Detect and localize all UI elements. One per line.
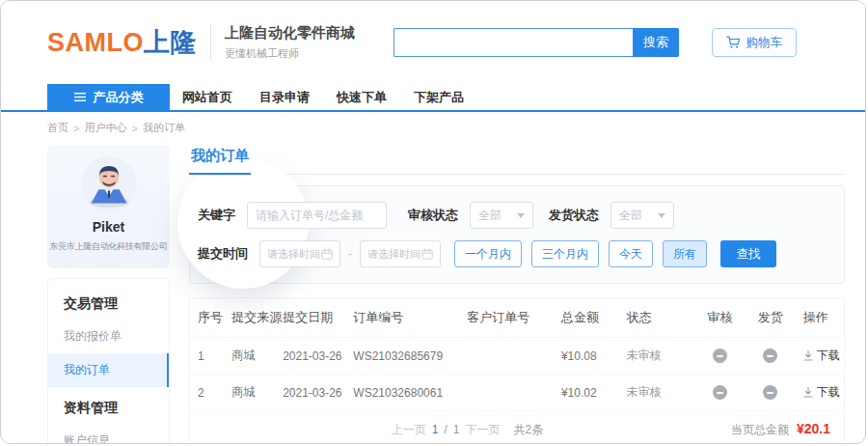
keyword-label: 关键字 [198, 207, 235, 224]
col-date: 提交日期 [275, 298, 345, 338]
page-total-label: 当页总金额 [731, 422, 789, 438]
table-header-row: 序号 提交来源 提交日期 订单编号 客户订单号 总金额 状态 审核 发货 操作 [190, 298, 844, 338]
date-start-placeholder: 请选择时间 [267, 247, 320, 262]
col-index: 序号 [190, 298, 224, 338]
page-separator: / [444, 423, 447, 436]
col-amount: 总金额 [554, 298, 619, 338]
cell-status: 未审核 [619, 375, 695, 411]
sidebar-item-my-orders[interactable]: 我的订单 [48, 353, 169, 387]
sidebar-item-account-info[interactable]: 账户信息 [48, 424, 169, 444]
col-status: 状态 [619, 298, 695, 338]
sidebar-menu: 交易管理 我的报价单 我的订单 资料管理 账户信息 地址管理 [47, 278, 170, 444]
find-button[interactable]: 查找 [720, 240, 776, 267]
ship-status-value: 全部 [619, 208, 642, 224]
ship-minus-icon [763, 385, 777, 400]
total-pages: 1 [453, 423, 460, 436]
ship-minus-icon [763, 348, 777, 363]
audit-minus-icon [713, 348, 727, 363]
page-body: Piket 东莞市上隆自动化科技有限公司 交易管理 我的报价单 我的订单 资料管… [1, 141, 865, 444]
nav-item-quick-order[interactable]: 快速下单 [337, 89, 387, 106]
breadcrumb-home[interactable]: 首页 [47, 121, 68, 135]
ship-status-label: 发货状态 [549, 207, 599, 224]
audit-status-value: 全部 [478, 208, 502, 224]
cell-index: 1 [190, 338, 224, 375]
username: Piket [93, 219, 124, 235]
cell-order-no: WS21032685679 [345, 338, 459, 375]
range-all-button[interactable]: 所有 [663, 240, 707, 267]
nav-item-offshelf[interactable]: 下架产品 [414, 89, 464, 106]
cell-customer-no [459, 375, 554, 411]
sidebar-item-my-quotes[interactable]: 我的报价单 [48, 320, 169, 353]
cart-button[interactable]: 购物车 [712, 28, 797, 57]
orders-table-block: 序号 提交来源 提交日期 订单编号 客户订单号 总金额 状态 审核 发货 操作 [189, 297, 845, 444]
date-start-input[interactable]: 请选择时间 [259, 240, 340, 267]
cell-customer-no [459, 338, 554, 375]
col-customer-no: 客户订单号 [459, 298, 554, 338]
filter-row-2: 提交时间 请选择时间 - 请选择时间 [198, 240, 844, 267]
logo-text-shanglong: 上隆 [144, 28, 197, 57]
chevron-down-icon [658, 213, 665, 218]
site-subtitle: 更懂机械工程师 [225, 46, 355, 61]
browser-frame: SAMLO上隆 上隆自动化零件商城 更懂机械工程师 搜索 购物车 产品分类 网站… [0, 0, 866, 444]
filter-row-1: 关键字 审核状态 全部 发货状态 全部 [198, 202, 844, 229]
menu-section-trade: 交易管理 [48, 283, 169, 320]
search-button[interactable]: 搜索 [633, 28, 679, 57]
search-input[interactable] [393, 28, 633, 57]
nav-item-catalog[interactable]: 目录申请 [259, 89, 310, 106]
download-link[interactable]: 下载 [803, 348, 840, 364]
col-audit: 审核 [694, 298, 745, 338]
main-nav: 产品分类 网站首页 目录申请 快速下单 下架产品 [1, 84, 865, 112]
submit-time-label: 提交时间 [198, 245, 248, 263]
breadcrumb-user-center[interactable]: 用户中心 [84, 121, 126, 135]
download-icon [803, 350, 813, 361]
date-end-placeholder: 请选择时间 [367, 247, 420, 262]
download-link[interactable]: 下载 [803, 384, 840, 401]
col-action: 操作 [796, 298, 844, 338]
menu-section-profile: 资料管理 [48, 387, 169, 424]
sidebar: Piket 东莞市上隆自动化科技有限公司 交易管理 我的报价单 我的订单 资料管… [47, 145, 170, 444]
cell-amount: ¥10.08 [554, 338, 619, 375]
table-row: 2 商城 2021-03-26 WS21032680061 ¥10.02 未审核 [190, 375, 844, 411]
download-label: 下载 [817, 384, 840, 401]
calendar-icon [421, 248, 433, 260]
col-ship: 发货 [746, 298, 796, 338]
product-category-button[interactable]: 产品分类 [47, 84, 170, 110]
audit-status-label: 审核状态 [408, 207, 458, 224]
cell-status: 未审核 [619, 338, 695, 375]
site-title-block: 上隆自动化零件商城 更懂机械工程师 [225, 24, 355, 61]
breadcrumb-my-orders: 我的订单 [143, 121, 185, 135]
site-title: 上隆自动化零件商城 [225, 24, 355, 42]
pagination-row: 上一页 1 / 1 下一页 共2条 当页总金额 ¥20.1 [190, 411, 844, 444]
chevron-down-icon [517, 213, 525, 218]
orders-table: 序号 提交来源 提交日期 订单编号 客户订单号 总金额 状态 审核 发货 操作 [190, 298, 844, 411]
audit-status-select[interactable]: 全部 [470, 202, 533, 229]
site-header: SAMLO上隆 上隆自动化零件商城 更懂机械工程师 搜索 购物车 [1, 1, 865, 84]
calendar-icon [321, 248, 333, 260]
logo-divider [210, 24, 211, 61]
site-logo[interactable]: SAMLO上隆 [47, 25, 197, 60]
download-label: 下载 [817, 348, 840, 364]
cell-source: 商城 [224, 338, 275, 375]
download-icon [803, 387, 813, 398]
range-three-months-button[interactable]: 三个月内 [531, 240, 599, 267]
hamburger-icon [74, 93, 86, 101]
breadcrumb-separator: > [131, 123, 137, 134]
keyword-input[interactable] [247, 202, 387, 229]
page-title: 我的订单 [189, 145, 251, 175]
product-category-label: 产品分类 [94, 89, 144, 106]
prev-page-button[interactable]: 上一页 [392, 422, 426, 438]
range-today-button[interactable]: 今天 [609, 240, 653, 267]
breadcrumb-separator: > [73, 123, 79, 134]
date-end-input[interactable]: 请选择时间 [360, 240, 441, 267]
col-order-no: 订单编号 [345, 298, 459, 338]
breadcrumb: 首页 > 用户中心 > 我的订单 [1, 112, 865, 141]
company-name: 东莞市上隆自动化科技有限公司 [50, 240, 168, 253]
header-search: 搜索 [393, 28, 679, 57]
cart-button-label: 购物车 [746, 35, 783, 51]
ship-status-select[interactable]: 全部 [610, 202, 674, 229]
range-one-month-button[interactable]: 一个月内 [454, 240, 522, 267]
nav-item-home[interactable]: 网站首页 [182, 89, 232, 106]
col-source: 提交来源 [224, 298, 275, 338]
cell-order-no: WS21032680061 [345, 375, 459, 411]
next-page-button[interactable]: 下一页 [465, 422, 500, 438]
